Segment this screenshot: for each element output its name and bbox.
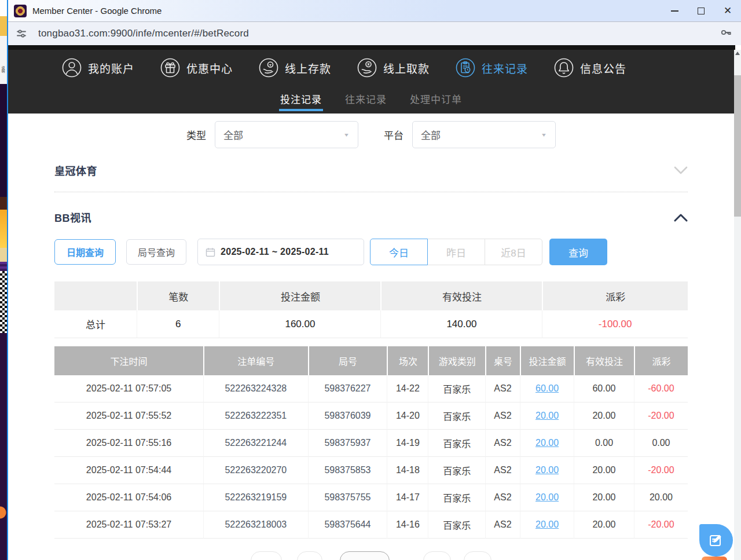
cell-session: 14-18 bbox=[387, 457, 428, 484]
nav-label: 线上取款 bbox=[383, 60, 430, 76]
address-bar[interactable]: tongbao31.com:9900/infe/mcenter/#/betRec… bbox=[8, 22, 741, 45]
bet-amount-link[interactable]: 20.00 bbox=[535, 492, 559, 503]
nav-item-promotions[interactable]: 优惠中心 bbox=[160, 57, 233, 78]
nav-item-withdraw[interactable]: 线上取款 bbox=[357, 57, 430, 78]
summary-header-blank bbox=[54, 281, 137, 310]
tab-transaction-records[interactable]: 往来记录 bbox=[345, 86, 387, 114]
browser-window: Member Center - Google Chrome ✕ tongbao3… bbox=[7, 0, 741, 560]
main-navigation: 我的账户 优惠中心 bbox=[8, 50, 734, 86]
cell-session: 14-22 bbox=[387, 375, 428, 402]
pagination-button[interactable] bbox=[297, 551, 322, 560]
cell-round: 598375937 bbox=[308, 430, 387, 457]
bell-icon bbox=[553, 57, 574, 78]
tab-processing-orders[interactable]: 处理中订单 bbox=[410, 86, 462, 114]
cell-session: 14-17 bbox=[387, 484, 428, 511]
maximize-button[interactable] bbox=[688, 0, 714, 22]
platform-filter-label: 平台 bbox=[384, 127, 403, 142]
yesterday-button[interactable]: 昨日 bbox=[427, 239, 485, 265]
cell-bet-id: 522263220270 bbox=[203, 457, 308, 484]
gift-icon bbox=[160, 57, 181, 78]
filter-row: 类型 全部 ▼ 平台 全部 ▼ bbox=[47, 121, 695, 148]
nav-item-my-account[interactable]: 我的账户 bbox=[61, 57, 134, 78]
background-window-strip bbox=[0, 0, 7, 560]
cell-payout: -20.00 bbox=[634, 457, 688, 484]
last-8-days-button[interactable]: 近8日 bbox=[485, 239, 542, 265]
nav-label: 我的账户 bbox=[88, 60, 134, 76]
search-button[interactable]: 查询 bbox=[549, 239, 607, 265]
cell-time: 2025-02-11 07:57:05 bbox=[54, 375, 203, 402]
password-key-icon[interactable] bbox=[719, 25, 733, 42]
nav-item-deposit[interactable]: 线上存款 bbox=[258, 57, 331, 78]
floating-secondary-button[interactable] bbox=[702, 557, 727, 560]
round-query-button[interactable]: 局号查询 bbox=[126, 239, 186, 265]
site-favicon bbox=[14, 5, 27, 17]
scrollbar[interactable] bbox=[734, 50, 741, 560]
title-bar: Member Center - Google Chrome ✕ bbox=[8, 0, 741, 22]
background-strip-segment bbox=[0, 0, 7, 16]
col-header-bet-amount: 投注金额 bbox=[520, 346, 574, 375]
customer-service-button[interactable] bbox=[699, 524, 733, 557]
tab-bet-records[interactable]: 投注记录 bbox=[280, 86, 322, 114]
table-row: 2025-02-11 07:54:44 522263220270 5983758… bbox=[54, 457, 688, 484]
cell-time: 2025-02-11 07:53:27 bbox=[54, 511, 203, 539]
date-range-input[interactable]: 2025-02-11 ~ 2025-02-11 bbox=[197, 239, 364, 265]
section-bb-video[interactable]: BB视讯 bbox=[47, 210, 695, 225]
col-header-bet-id: 注单编号 bbox=[203, 346, 308, 375]
summary-header-payout: 派彩 bbox=[542, 281, 688, 310]
cell-payout: 20.00 bbox=[634, 484, 688, 511]
col-header-time: 下注时间 bbox=[54, 346, 203, 375]
bet-amount-link[interactable]: 60.00 bbox=[535, 383, 559, 394]
background-strip-segment bbox=[0, 16, 7, 36]
cell-round: 598375853 bbox=[308, 457, 387, 484]
bet-amount-link[interactable]: 20.00 bbox=[535, 411, 559, 421]
cell-game: 百家乐 bbox=[428, 484, 485, 511]
today-button[interactable]: 今日 bbox=[370, 239, 428, 265]
cell-game: 百家乐 bbox=[428, 511, 485, 539]
summary-header-row: 笔数 投注金额 有效投注 派彩 bbox=[54, 281, 688, 310]
pagination-button[interactable] bbox=[464, 551, 491, 560]
platform-select[interactable]: 全部 ▼ bbox=[412, 121, 556, 148]
site-info-icon[interactable] bbox=[15, 27, 28, 40]
summary-payout-value: -100.00 bbox=[542, 310, 688, 338]
cell-table-no: AS2 bbox=[485, 430, 520, 457]
col-header-valid-bet: 有效投注 bbox=[574, 346, 634, 375]
date-query-button[interactable]: 日期查询 bbox=[54, 239, 116, 265]
cell-session: 14-20 bbox=[387, 402, 428, 430]
background-strip-segment bbox=[0, 262, 7, 271]
cell-valid-bet: 60.00 bbox=[574, 375, 634, 402]
pagination-button[interactable] bbox=[340, 551, 390, 560]
section-crown-sports[interactable]: 皇冠体育 bbox=[47, 163, 695, 178]
cell-payout: -20.00 bbox=[634, 402, 688, 430]
cell-bet-id: 522263218003 bbox=[203, 511, 308, 539]
cell-time: 2025-02-11 07:54:44 bbox=[54, 457, 203, 484]
cell-round: 598376039 bbox=[308, 402, 387, 430]
bet-amount-link[interactable]: 20.00 bbox=[535, 519, 559, 530]
cell-valid-bet: 0.00 bbox=[574, 430, 634, 457]
cell-bet-id: 522263222351 bbox=[203, 402, 308, 430]
type-select[interactable]: 全部 ▼ bbox=[215, 121, 358, 148]
url-text[interactable]: tongbao31.com:9900/infe/mcenter/#/betRec… bbox=[38, 28, 719, 39]
pagination-button[interactable] bbox=[423, 551, 451, 560]
calendar-icon bbox=[206, 247, 215, 257]
chevron-up-icon[interactable] bbox=[674, 213, 688, 222]
pagination-button[interactable] bbox=[251, 551, 282, 560]
col-header-session: 场次 bbox=[387, 346, 428, 375]
summary-header-count: 笔数 bbox=[137, 281, 219, 310]
close-button[interactable]: ✕ bbox=[714, 0, 741, 22]
records-icon bbox=[455, 57, 476, 78]
nav-item-records[interactable]: 往来记录 bbox=[455, 57, 528, 78]
scrollbar-thumb[interactable] bbox=[734, 75, 741, 217]
nav-item-announcements[interactable]: 信息公告 bbox=[553, 57, 626, 78]
bet-records-table: 下注时间 注单编号 局号 场次 游戏类别 桌号 投注金额 有效投注 派彩 202… bbox=[54, 346, 688, 539]
bet-amount-link[interactable]: 20.00 bbox=[535, 438, 559, 448]
date-range-value: 2025-02-11 ~ 2025-02-11 bbox=[221, 247, 329, 257]
cell-game: 百家乐 bbox=[428, 430, 485, 457]
minimize-button[interactable] bbox=[661, 0, 688, 22]
pagination bbox=[47, 551, 695, 560]
table-row: 2025-02-11 07:54:06 522263219159 5983757… bbox=[54, 484, 688, 511]
cell-table-no: AS2 bbox=[485, 511, 520, 539]
chevron-down-icon[interactable] bbox=[674, 166, 688, 175]
bet-amount-link[interactable]: 20.00 bbox=[535, 465, 559, 475]
nav-label: 信息公告 bbox=[580, 60, 626, 76]
scroll-up-icon[interactable] bbox=[735, 52, 740, 55]
